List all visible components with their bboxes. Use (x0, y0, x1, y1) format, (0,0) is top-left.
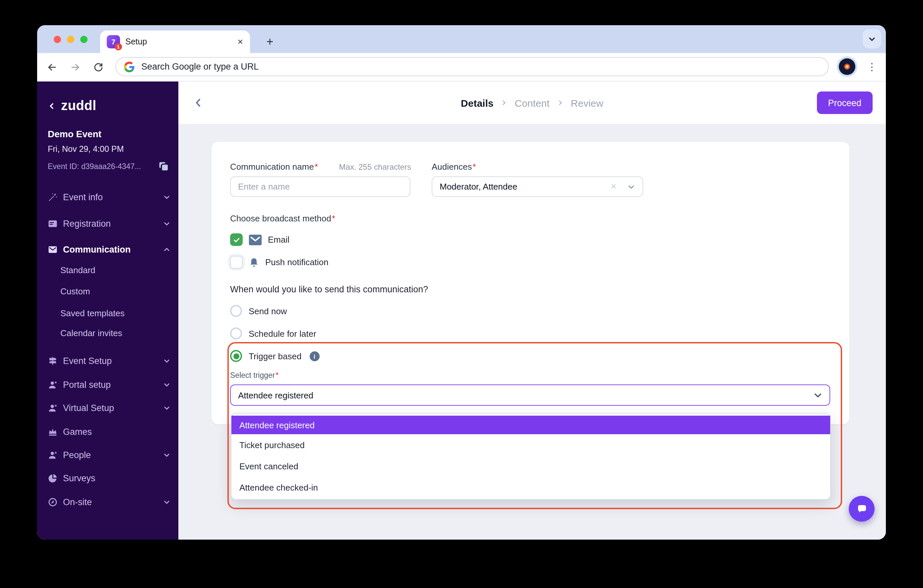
event-id: Event ID: d39aaa26-4347... (48, 163, 141, 170)
sidebar-item-registration[interactable]: Registration (48, 216, 171, 231)
chevron-down-icon[interactable] (627, 182, 635, 191)
chevron-down-icon (868, 35, 876, 43)
bell-icon (249, 256, 259, 268)
browser-menu-icon[interactable]: ⋮ (866, 59, 878, 75)
audiences-value: Moderator, Attendee (440, 182, 607, 192)
sidebar-item-games[interactable]: Games (48, 424, 171, 439)
breadcrumb-content[interactable]: Content (514, 97, 549, 108)
chat-widget-button[interactable] (849, 496, 875, 522)
zuddl-favicon-icon: 7 1 (107, 35, 120, 48)
forward-icon[interactable] (66, 58, 84, 76)
schedule-for-later-label: Schedule for later (249, 328, 316, 338)
chevron-up-icon (163, 246, 171, 253)
sidebar-item-label: Registration (63, 218, 111, 228)
trigger-based-label: Trigger based (249, 351, 301, 361)
audiences-select[interactable]: Moderator, Attendee ✕ (432, 176, 643, 197)
signpost-icon (48, 356, 57, 366)
push-checkbox[interactable] (230, 256, 243, 268)
tab-search-button[interactable] (863, 29, 881, 48)
communication-name-input[interactable] (230, 176, 411, 197)
back-icon[interactable] (43, 58, 60, 76)
push-notification-label: Push notification (265, 257, 328, 267)
sidebar-item-event-info[interactable]: Event info (48, 190, 171, 204)
chevron-down-icon (163, 498, 171, 506)
copy-icon[interactable] (158, 161, 169, 172)
sidebar-item-label: Surveys (63, 473, 95, 483)
trigger-select-value: Attendee registered (238, 390, 814, 400)
sidebar-item-label: People (63, 450, 91, 460)
sidebar-item-communication[interactable]: Communication (48, 242, 171, 256)
envelope-icon (48, 244, 57, 254)
sidebar-item-custom[interactable]: Custom (60, 284, 90, 298)
screen: 7 1 Setup ✕ + (0, 0, 923, 588)
crown-icon (48, 427, 57, 437)
info-icon[interactable]: i (309, 351, 319, 361)
proceed-button[interactable]: Proceed (816, 92, 873, 114)
person-icon (48, 379, 57, 389)
sidebar-item-saved-templates[interactable]: Saved templates (60, 306, 125, 320)
new-tab-button[interactable]: + (261, 33, 279, 50)
person-icon (48, 403, 57, 413)
trigger-based-radio[interactable] (230, 350, 242, 362)
clear-x-icon[interactable]: ✕ (611, 182, 617, 191)
send-now-label: Send now (249, 306, 287, 316)
sidebar-item-label: Event info (63, 192, 103, 202)
broadcast-option-push: Push notification (230, 256, 328, 268)
person-icon (48, 450, 57, 460)
trigger-options-dropdown: Attendee registered Ticket purchased Eve… (231, 413, 831, 500)
pie-icon (48, 473, 57, 483)
radio-row-trigger: Trigger based i (230, 350, 319, 362)
trigger-select[interactable]: Attendee registered (230, 384, 830, 406)
tab-close-icon[interactable]: ✕ (237, 38, 243, 46)
notification-badge: 1 (115, 43, 122, 50)
main-panel: Communication name* Max. 255 characters … (178, 124, 886, 540)
sidebar-item-calendar-invites[interactable]: Calendar invites (60, 326, 122, 339)
radio-row-send-now: Send now (230, 305, 287, 317)
sidebar-item-on-site[interactable]: On-site (48, 494, 171, 509)
details-form-card: Communication name* Max. 255 characters … (212, 142, 849, 424)
chevron-right-icon (501, 99, 507, 106)
max-characters-hint: Max. 255 characters (311, 163, 411, 172)
mail-icon (249, 234, 262, 245)
breadcrumb-review[interactable]: Review (571, 97, 603, 108)
chevron-down-icon (163, 404, 171, 411)
chevron-down-icon (163, 220, 171, 227)
minimize-window-button[interactable] (67, 36, 74, 43)
sidebar-item-label: Virtual Setup (63, 403, 114, 413)
sidebar-item-people[interactable]: People (48, 447, 171, 462)
sidebar-item-standard[interactable]: Standard (60, 263, 95, 276)
logo-wordmark: zuddl (61, 98, 96, 113)
option-attendee-checked-in[interactable]: Attendee checked-in (232, 476, 830, 498)
event-datetime: Fri, Nov 29, 4:00 PM (48, 145, 124, 154)
chevron-down-icon (163, 193, 171, 200)
select-trigger-label: Select trigger* (230, 371, 279, 379)
close-window-button[interactable] (54, 36, 61, 43)
browser-window: 7 1 Setup ✕ + (37, 25, 886, 540)
email-checkbox[interactable] (230, 233, 243, 246)
chevron-right-icon (557, 99, 563, 106)
communication-name-label: Communication name* (230, 162, 318, 172)
breadcrumb-details[interactable]: Details (461, 97, 493, 108)
sidebar-logo[interactable]: zuddl (48, 98, 96, 113)
profile-avatar[interactable] (837, 56, 857, 77)
send-now-radio[interactable] (230, 305, 242, 317)
browser-toolbar: Search Google or type a URL ⋮ (37, 53, 886, 82)
chevron-left-icon (48, 102, 56, 110)
schedule-for-later-radio[interactable] (230, 327, 242, 339)
sidebar-item-virtual-setup[interactable]: Virtual Setup (48, 401, 171, 415)
option-event-canceled[interactable]: Event canceled (232, 455, 830, 476)
sidebar-item-surveys[interactable]: Surveys (48, 471, 171, 485)
sidebar-item-event-setup[interactable]: Event Setup (48, 353, 171, 368)
tab-setup[interactable]: 7 1 Setup ✕ (100, 31, 250, 53)
sidebar-item-label: Event Setup (63, 356, 112, 366)
content-area: Details Content Review Proceed Communica… (178, 82, 886, 540)
maximize-window-button[interactable] (80, 36, 87, 43)
option-attendee-registered[interactable]: Attendee registered (232, 416, 830, 434)
send-timing-question: When would you like to send this communi… (230, 284, 428, 294)
option-ticket-purchased[interactable]: Ticket purchased (232, 434, 830, 455)
traffic-lights (54, 36, 87, 43)
content-header: Details Content Review Proceed (178, 82, 886, 124)
address-bar[interactable]: Search Google or type a URL (115, 57, 829, 76)
reload-icon[interactable] (90, 58, 107, 76)
sidebar-item-portal-setup[interactable]: Portal setup (48, 377, 171, 392)
